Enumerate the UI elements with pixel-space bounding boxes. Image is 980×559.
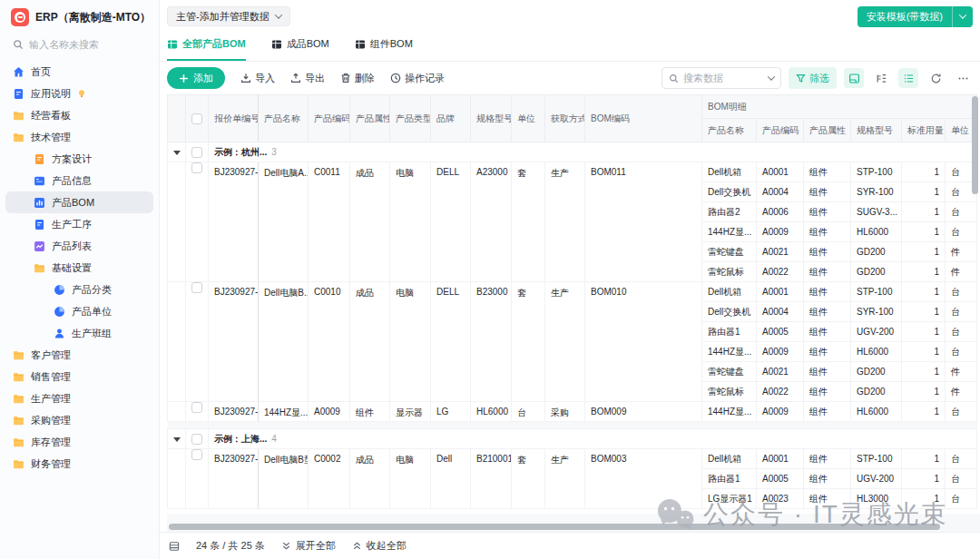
row-checkbox[interactable] bbox=[191, 162, 202, 173]
sidebar-search-input[interactable] bbox=[29, 39, 147, 50]
add-button[interactable]: 添加 bbox=[167, 67, 225, 89]
row-checkbox[interactable] bbox=[191, 282, 202, 293]
collapse-arrow-icon[interactable] bbox=[173, 151, 181, 155]
sidebar-item[interactable]: 销售管理 bbox=[5, 366, 153, 387]
column-header[interactable]: 获取方式 bbox=[545, 95, 585, 142]
sidebar-item-label: 财务管理 bbox=[31, 457, 71, 471]
bom-detail-cell: 1 bbox=[902, 302, 946, 322]
tab[interactable]: 成品BOM bbox=[271, 37, 329, 61]
sidebar-item[interactable]: 技术管理 bbox=[5, 126, 153, 148]
export-button[interactable]: 导出 bbox=[290, 72, 325, 85]
collapse-all-label: 收起全部 bbox=[367, 539, 407, 553]
tab[interactable]: 全部产品BOM bbox=[167, 37, 246, 61]
sidebar-item[interactable]: 产品BOM bbox=[5, 191, 153, 213]
sidebar-item[interactable]: 产品分类 bbox=[5, 279, 153, 300]
bom-column-header[interactable]: 产品属性 bbox=[804, 119, 851, 142]
column-header[interactable]: 产品编码 bbox=[309, 95, 350, 142]
list-view-button[interactable] bbox=[898, 68, 918, 88]
sidebar-item-label: 应用说明 bbox=[31, 87, 71, 101]
sidebar-item[interactable]: 首页 bbox=[5, 61, 153, 83]
table-search-box[interactable] bbox=[662, 67, 781, 89]
record-cell: LG bbox=[431, 402, 471, 422]
sidebar-item[interactable]: 采购管理 bbox=[5, 409, 153, 431]
sidebar-item-label: 技术管理 bbox=[31, 131, 71, 144]
bom-detail-cell: 144HZ显... bbox=[702, 222, 757, 242]
column-header[interactable]: 产品类型 bbox=[390, 95, 431, 142]
bom-detail-cell: 组件 bbox=[804, 402, 851, 422]
sidebar-item[interactable]: 库存管理 bbox=[5, 431, 153, 453]
record-cell: 144HZ显... bbox=[259, 402, 309, 422]
record-cell: 成品 bbox=[350, 449, 390, 509]
role-selector-dropdown[interactable]: 主管-添加并管理数据 bbox=[167, 6, 290, 26]
collapse-arrow-icon[interactable] bbox=[173, 437, 181, 442]
filter-button[interactable]: 筛选 bbox=[789, 67, 837, 89]
bom-detail-cell: 1 bbox=[902, 282, 946, 302]
row-checkbox[interactable] bbox=[191, 449, 202, 460]
bom-column-header[interactable]: 产品编码 bbox=[757, 119, 804, 142]
bulb-icon bbox=[77, 89, 86, 99]
clock-icon bbox=[390, 73, 401, 83]
form-view-button[interactable] bbox=[844, 68, 864, 88]
bom-detail-cell: 1 bbox=[902, 202, 946, 222]
table-row: BJ230927-04144HZ显...A0009组件显示器LGHL6000台采… bbox=[168, 402, 977, 422]
sidebar-nav: 首页应用说明经营看板技术管理方案设计产品信息产品BOM生产工序产品列表基础设置产… bbox=[0, 59, 159, 476]
tab[interactable]: 组件BOM bbox=[355, 37, 413, 61]
column-header[interactable]: 产品属性 bbox=[350, 95, 390, 142]
sidebar-item[interactable]: 经营看板 bbox=[5, 104, 153, 126]
expand-all-button[interactable]: 展开全部 bbox=[281, 539, 336, 553]
sidebar-item[interactable]: 方案设计 bbox=[5, 148, 153, 170]
sidebar-item[interactable]: 基础设置 bbox=[5, 257, 153, 279]
record-cell: C0002 bbox=[309, 449, 350, 509]
bom-detail-cell: A0021 bbox=[757, 362, 804, 382]
folder-icon bbox=[13, 371, 24, 383]
import-button[interactable]: 导入 bbox=[240, 72, 275, 85]
group-label: 示例：上海... bbox=[214, 434, 267, 444]
sidebar-item[interactable]: 生产工序 bbox=[5, 213, 153, 235]
sidebar-item[interactable]: 生产管理 bbox=[5, 387, 153, 409]
bom-column-header[interactable]: 标准用量 bbox=[902, 119, 946, 142]
column-header[interactable]: 报价单编号 bbox=[209, 95, 259, 142]
column-header[interactable]: 单位 bbox=[512, 95, 545, 142]
sidebar-item[interactable]: 应用说明 bbox=[5, 83, 153, 104]
footer-bar: 24 条 / 共 25 条 展开全部 收起全部 bbox=[160, 532, 980, 559]
horizontal-scrollbar[interactable] bbox=[169, 524, 940, 530]
group-checkbox[interactable] bbox=[191, 147, 202, 158]
sidebar-item[interactable]: 生产班组 bbox=[5, 322, 153, 344]
tab-bar: 全部产品BOM成品BOM组件BOM bbox=[160, 33, 980, 62]
select-all-checkbox[interactable] bbox=[191, 113, 202, 124]
refresh-button[interactable] bbox=[926, 68, 946, 88]
column-header[interactable]: BOM编码 bbox=[585, 95, 702, 142]
row-checkbox[interactable] bbox=[191, 402, 202, 413]
horizontal-scrollbar-thumb[interactable] bbox=[169, 524, 940, 530]
group-checkbox[interactable] bbox=[191, 434, 202, 445]
add-button-label: 添加 bbox=[193, 72, 213, 85]
table-search-input[interactable] bbox=[683, 73, 764, 83]
column-header[interactable]: 规格型号 bbox=[471, 95, 512, 142]
sidebar-item[interactable]: 产品单位 bbox=[5, 300, 153, 322]
folder-icon bbox=[13, 436, 24, 448]
operation-history-button[interactable]: 操作记录 bbox=[390, 72, 445, 85]
group-row: 示例：杭州...3 bbox=[168, 142, 977, 162]
vertical-scrollbar[interactable] bbox=[972, 96, 978, 510]
install-template-button[interactable]: 安装模板(带数据) bbox=[858, 6, 973, 27]
bom-detail-cell: 组件 bbox=[804, 469, 851, 489]
bom-detail-cell: STP-100 bbox=[851, 162, 902, 182]
bom-column-header[interactable]: 规格型号 bbox=[851, 119, 902, 142]
delete-button[interactable]: 删除 bbox=[340, 72, 375, 85]
sidebar-search[interactable] bbox=[0, 32, 159, 59]
more-button[interactable] bbox=[953, 68, 973, 88]
sidebar-item[interactable]: 客户管理 bbox=[5, 344, 153, 366]
record-cell: DELL bbox=[431, 162, 471, 282]
column-header[interactable]: 品牌 bbox=[431, 95, 471, 142]
vertical-scrollbar-thumb[interactable] bbox=[972, 96, 978, 194]
sidebar-item[interactable]: 财务管理 bbox=[5, 453, 153, 475]
tree-view-button[interactable] bbox=[871, 68, 891, 88]
column-header[interactable]: 产品名称 bbox=[259, 95, 309, 142]
install-template-dropdown[interactable] bbox=[952, 6, 973, 27]
collapse-all-button[interactable]: 收起全部 bbox=[352, 539, 407, 553]
sidebar-item[interactable]: 产品信息 bbox=[5, 170, 153, 191]
bom-column-header[interactable]: 产品名称 bbox=[702, 119, 757, 142]
sidebar-item[interactable]: 产品列表 bbox=[5, 235, 153, 257]
bom-detail-cell: 1 bbox=[902, 162, 946, 182]
table-icon bbox=[355, 39, 366, 50]
